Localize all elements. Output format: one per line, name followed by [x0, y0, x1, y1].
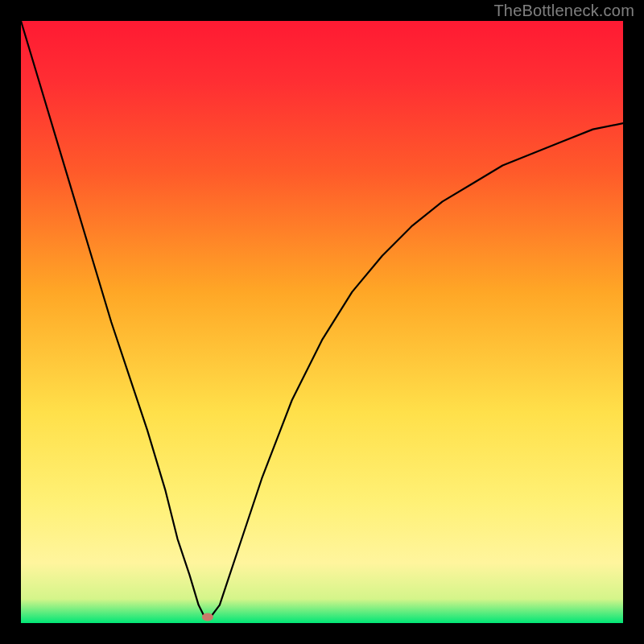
watermark-text: TheBottleneck.com	[493, 2, 634, 20]
plot-area	[21, 21, 623, 623]
optimal-point-marker	[202, 613, 213, 621]
chart-frame: TheBottleneck.com	[0, 0, 644, 644]
chart-svg	[21, 21, 623, 623]
